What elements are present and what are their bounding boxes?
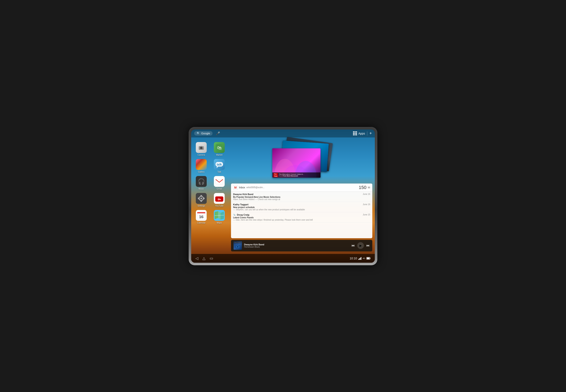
market-icon-img: 🛍	[214, 142, 225, 153]
apps-grid-icon	[353, 131, 357, 135]
video-stack: You Tube The Alternative Concert Video &…	[272, 140, 331, 178]
svg-rect-20	[200, 200, 202, 202]
attachment-icon: 📎	[233, 214, 236, 216]
music-info: Dwayne Kirk Band Hometown Blues	[244, 243, 349, 248]
signal-bar-1	[358, 259, 359, 260]
search-bar-area: 🔍 Google 🎤	[194, 131, 220, 136]
app-maps[interactable]: Maps	[212, 210, 227, 224]
camera-icon-img	[196, 142, 207, 153]
email-item-2[interactable]: 📎 Doug Craig June 15 Latest Comic Panels…	[231, 212, 372, 223]
settings-icon-img	[196, 193, 207, 204]
recents-button[interactable]: ▭	[210, 256, 213, 261]
app-gallery[interactable]: Gallery	[194, 159, 209, 173]
email-subject-1: New project schedule	[233, 206, 370, 209]
gmail-message-count: 150	[359, 185, 366, 190]
music-player-widget[interactable]: Dwayne Kirk Band Dwayne Kirk Band Hometo…	[231, 240, 372, 252]
top-right-controls: Apps +	[353, 131, 372, 136]
main-content: Camera 🛍 Market	[191, 138, 375, 254]
music-label: Music	[199, 188, 204, 190]
gmail-m-letter: M	[234, 186, 237, 189]
talk-label: Talk	[218, 171, 221, 173]
gmail-widget[interactable]: M Inbox artist3005@scdm... 150 ✉ Dw	[231, 183, 372, 238]
youtube-label: YouTube	[215, 205, 223, 207]
email-date-2: June 15	[363, 213, 370, 216]
apps-label: Apps	[358, 132, 365, 135]
apps-button[interactable]: Apps	[353, 131, 365, 135]
homescreen: 🔍 Google 🎤 Apps +	[191, 129, 375, 263]
app-music[interactable]: 🎧 Music	[194, 176, 209, 190]
email-subject-2: Latest Comic Panels	[233, 216, 370, 219]
svg-marker-36	[215, 211, 218, 219]
email-preview-1: — Stephen, can you tell us when the new …	[233, 209, 370, 211]
email-item-1[interactable]: Kathy Taggart June 16 New project schedu…	[231, 202, 372, 212]
yt-logo: You	[273, 173, 278, 175]
google-search-button[interactable]: 🔍 Google	[194, 131, 213, 136]
svg-text:🎧: 🎧	[198, 178, 205, 185]
gmail-account-email: artist3005@scdm...	[246, 186, 357, 189]
signal-bar-2	[359, 258, 360, 260]
youtube-icon-img: You	[214, 193, 225, 204]
compose-icon[interactable]: ✉	[368, 186, 370, 189]
gmail-emails-list: Dwayne Kirk Band June 16 By Popular Dema…	[231, 192, 372, 223]
yt-video-title: The Alternative Concert Video &...	[279, 173, 304, 175]
svg-text:🛍: 🛍	[217, 145, 222, 150]
email-sender-2: 📎 Doug Craig	[233, 213, 249, 216]
nav-buttons: ◁ △ ▭	[195, 256, 213, 261]
tablet-screen: 🔍 Google 🎤 Apps +	[191, 129, 375, 263]
yt-video-subtitle: From From Most Discussed	[279, 175, 304, 177]
calendar-label: Calendar	[197, 222, 206, 224]
app-market[interactable]: 🛍 Market	[212, 142, 227, 156]
app-gmail[interactable]: Gmail	[212, 176, 227, 190]
svg-point-44	[237, 246, 238, 247]
video-card-front: You Tube The Alternative Concert Video &…	[272, 148, 320, 178]
right-widgets: You Tube The Alternative Concert Video &…	[227, 140, 372, 252]
email-preview-0: Have Just Been Added — Check out new son…	[233, 198, 370, 200]
next-button[interactable]: ⏭	[366, 244, 370, 247]
play-button[interactable]: ▶	[357, 242, 364, 249]
play-icon: ▶	[360, 244, 362, 247]
app-icons-grid: Camera 🛍 Market	[194, 140, 227, 252]
google-label: Google	[201, 132, 210, 135]
network-type: 4G	[363, 257, 365, 259]
app-camera[interactable]: Camera	[194, 142, 209, 156]
email-sender-1: Kathy Taggart	[233, 203, 248, 206]
svg-point-18	[200, 197, 202, 199]
svg-rect-19	[200, 195, 202, 196]
app-youtube[interactable]: You YouTube	[212, 193, 227, 207]
signal-bar-4	[361, 257, 362, 260]
microphone-icon[interactable]: 🎤	[216, 131, 220, 135]
signal-bar-3	[360, 258, 361, 260]
back-button[interactable]: ◁	[195, 256, 198, 261]
gmail-label: Gmail	[217, 188, 222, 190]
bottom-nav-bar: ◁ △ ▭ 10:10 4G	[191, 254, 375, 263]
music-controls: ⏮ ▶ ⏭	[351, 242, 370, 249]
app-settings[interactable]: Settings	[194, 193, 209, 207]
settings-label: Settings	[197, 205, 205, 207]
gmail-inbox-label: Inbox	[239, 186, 245, 189]
talk-icon-img: talk	[214, 159, 225, 170]
prev-button[interactable]: ⏮	[351, 244, 355, 247]
yt-logo2: Tube	[273, 175, 278, 177]
clock: 10:10	[350, 257, 357, 260]
tablet-device: 🔍 Google 🎤 Apps +	[189, 127, 377, 265]
email-item-0[interactable]: Dwayne Kirk Band June 16 By Popular Dema…	[231, 192, 372, 202]
maps-label: Maps	[217, 222, 222, 224]
music-artist: Dwayne Kirk Band	[244, 243, 349, 246]
gmail-icon-img	[214, 176, 225, 187]
youtube-widget[interactable]: You Tube The Alternative Concert Video &…	[231, 140, 372, 182]
album-art-label: Dwayne Kirk Band	[234, 242, 242, 243]
svg-rect-22	[203, 197, 204, 199]
home-button[interactable]: △	[203, 256, 205, 261]
email-preview-2: — Dan, here are the new strips I finishe…	[233, 219, 370, 221]
app-calendar[interactable]: 16 Calendar	[194, 210, 209, 224]
svg-point-5	[203, 147, 203, 147]
top-bar: 🔍 Google 🎤 Apps +	[191, 129, 375, 138]
youtube-label-bar: You Tube The Alternative Concert Video &…	[272, 172, 320, 178]
email-sender-0: Dwayne Kirk Band	[233, 193, 253, 196]
email-header-1: Kathy Taggart June 16	[233, 203, 370, 206]
svg-point-3	[201, 148, 202, 148]
app-talk[interactable]: talk Talk	[212, 159, 227, 173]
add-widget-button[interactable]: +	[369, 131, 372, 136]
svg-marker-37	[220, 212, 224, 220]
svg-rect-4	[200, 146, 202, 146]
